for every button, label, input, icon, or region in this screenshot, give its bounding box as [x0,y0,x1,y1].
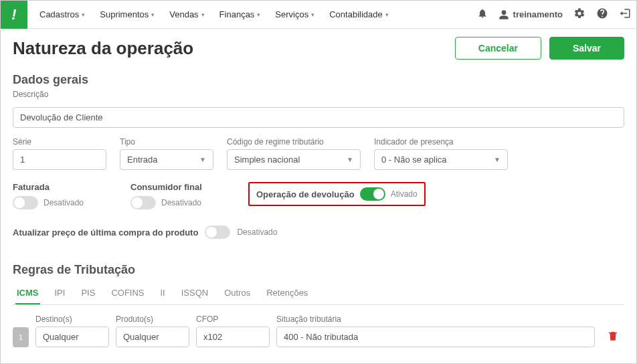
cell-destino[interactable]: Qualquer [35,327,109,347]
trash-icon [607,330,619,342]
label-faturada: Faturada [13,182,106,192]
main-menu: Cadastros▾ Suprimentos▾ Vendas▾ Finanças… [33,5,477,23]
table-row: 1 Qualquer Qualquer x102 400 - Não tribu… [13,327,624,347]
menu-suprimentos[interactable]: Suprimentos▾ [93,5,161,23]
toggle-devolucao[interactable] [360,187,385,201]
chevron-down-icon: ▾ [385,11,389,18]
tab-retencoes[interactable]: Retenções [265,282,309,304]
tab-issqn[interactable]: ISSQN [180,282,209,304]
user-menu[interactable]: treinamento [498,9,563,20]
label-regime: Código de regime tributário [227,137,361,147]
toggle-faturada[interactable] [13,196,38,209]
cell-situacao[interactable]: 400 - Não tributada [276,327,595,347]
state-faturada: Desativado [43,198,84,207]
label-serie: Série [13,137,106,147]
topbar: ! Cadastros▾ Suprimentos▾ Vendas▾ Finanç… [1,1,636,29]
menu-financas[interactable]: Finanças▾ [213,5,268,23]
caret-down-icon: ▼ [347,156,353,163]
label-consumidor: Consumidor final [130,182,224,192]
tab-outros[interactable]: Outros [223,282,252,304]
gear-icon[interactable] [573,7,585,22]
menu-contabilidade[interactable]: Contabilidade▾ [323,5,395,23]
row-handle[interactable]: 1 [13,327,29,347]
section-general: Dados gerais [13,73,624,87]
input-serie[interactable] [13,149,106,170]
th-cfop: CFOP [196,314,270,324]
caret-down-icon: ▼ [199,156,206,163]
select-indicador[interactable]: 0 - Não se aplica▼ [374,149,508,170]
cell-produto[interactable]: Qualquer [116,327,189,347]
select-tipo[interactable]: Entrada▼ [120,149,213,170]
chevron-down-icon: ▾ [257,11,260,18]
app-logo[interactable]: ! [1,1,27,29]
save-button[interactable]: Salvar [549,37,624,60]
chevron-down-icon: ▾ [201,11,205,18]
tab-pis[interactable]: PIS [80,282,96,304]
menu-servicos[interactable]: Serviços▾ [268,5,321,23]
cell-cfop[interactable]: x102 [196,327,270,347]
tab-ipi[interactable]: IPI [54,282,67,304]
menu-vendas[interactable]: Vendas▾ [163,5,211,23]
caret-down-icon: ▼ [494,156,500,163]
select-regime[interactable]: Simples nacional▼ [227,149,361,170]
th-situacao: Situação tributária [276,314,624,324]
tab-ii[interactable]: II [159,282,167,304]
highlight-devolucao: Operação de devolução Ativado [248,182,426,206]
toggle-consumidor[interactable] [130,196,156,209]
tax-tabs: ICMS IPI PIS COFINS II ISSQN Outros Rete… [13,282,624,305]
toggle-update-price[interactable] [205,225,230,239]
label-descricao: Descrição [13,90,624,99]
label-update-price: Atualizar preço de última compra do prod… [13,227,198,238]
bell-icon[interactable] [477,8,488,21]
state-update-price: Desativado [237,227,277,237]
input-descricao[interactable] [13,107,624,128]
tab-cofins[interactable]: COFINS [110,282,145,304]
state-consumidor: Desativado [161,198,201,207]
section-regras: Regras de Tributação [13,263,624,277]
th-produto: Produto(s) [116,314,189,324]
chevron-down-icon: ▾ [82,11,85,18]
chevron-down-icon: ▾ [311,11,314,18]
logout-icon[interactable] [619,7,631,22]
user-name: treinamento [513,9,563,19]
cancel-button[interactable]: Cancelar [455,37,541,60]
delete-row-button[interactable] [602,330,624,344]
label-tipo: Tipo [120,137,213,147]
user-icon [498,9,509,20]
menu-cadastros[interactable]: Cadastros▾ [33,5,92,23]
chevron-down-icon: ▾ [151,11,155,18]
page-title: Natureza da operação [13,38,193,59]
th-destino: Destino(s) [35,314,109,324]
tab-icms[interactable]: ICMS [15,282,40,304]
help-icon[interactable] [596,7,608,22]
state-devolucao: Ativado [391,189,418,199]
label-indicador: Indicador de presença [374,137,508,147]
label-devolucao: Operação de devolução [256,189,355,199]
